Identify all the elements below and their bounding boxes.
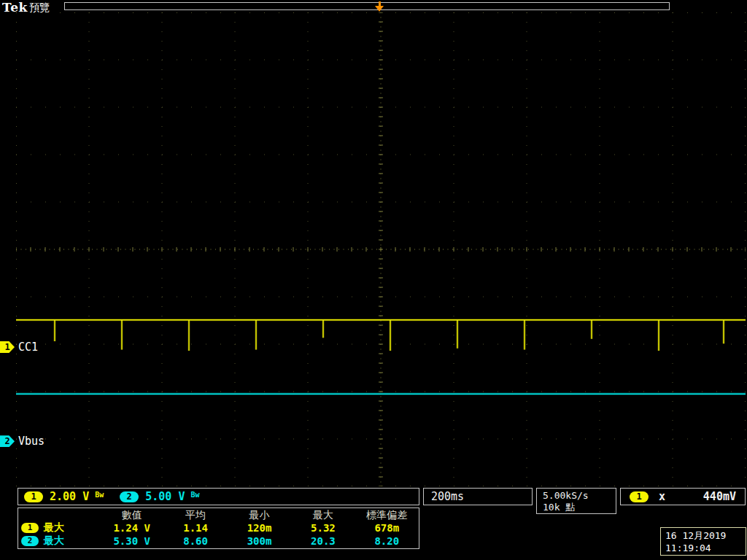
record-view-bar: [64, 2, 670, 10]
meas-row2-max: 20.3: [291, 534, 355, 548]
ch1-volts-per-div: 2.00 V: [50, 490, 89, 503]
acquisition-box: 5.00kS/s 10k 點: [536, 488, 616, 514]
meas-row2-name: 最大: [44, 534, 64, 548]
meas-row1-min: 120m: [228, 521, 291, 534]
datetime-box: 16 12月2019 11:19:04: [660, 527, 746, 556]
meas-row2-min: 300m: [228, 534, 291, 548]
ch2-position-arrow-icon: 2: [0, 435, 15, 447]
meas-row1-label: 1 最大: [18, 521, 100, 534]
meas-row1-max: 5.32: [291, 521, 355, 534]
meas-row2-value: 5.30 V: [100, 534, 163, 548]
channel1-marker-row: 1 CC1: [0, 341, 38, 353]
ch2-volts-per-div: 5.00 V: [145, 490, 185, 503]
measurement-table: 數值 平均 最小 最大 標準偏差 1 最大 1.24 V 1.14 120m 5…: [18, 508, 419, 549]
trigger-position-arrow-icon: [375, 6, 384, 12]
trigger-level-value: 440mV: [703, 490, 736, 503]
trigger-position-marker: [375, 1, 384, 12]
ch1-badge: 1: [24, 491, 43, 502]
meas-row1-stddev: 678m: [355, 521, 419, 534]
meas-row2-stddev: 8.20: [355, 534, 419, 548]
time-value: 11:19:04: [665, 542, 741, 554]
ch1-position-arrow-icon: 1: [0, 341, 15, 353]
meas-header-stddev: 標準偏差: [355, 509, 419, 521]
trigger-source-badge: 1: [630, 491, 649, 502]
meas-corner-spacer: [18, 509, 100, 521]
meas-header-value: 數值: [100, 509, 163, 521]
meas-header-mean: 平均: [163, 509, 227, 521]
measurement-grid: 數值 平均 最小 最大 標準偏差 1 最大 1.24 V 1.14 120m 5…: [18, 508, 419, 548]
date-value: 16 12月2019: [665, 529, 741, 542]
timebase-box: 200ms: [423, 488, 533, 505]
ch1-trace-label: CC1: [18, 341, 38, 354]
meas-row1-mean: 1.14: [163, 521, 227, 534]
meas-row1-name: 最大: [44, 521, 64, 534]
oscilloscope-screen: Tek 預覽 1 CC1 2 Vbus 1 2.00 V Bw 2 5.00 V…: [0, 0, 747, 560]
ch2-bandwidth-limit-icon: Bw: [190, 489, 199, 499]
sample-rate: 5.00kS/s: [543, 490, 610, 502]
ch1-bandwidth-limit-icon: Bw: [95, 489, 104, 499]
channel2-marker-row: 2 Vbus: [0, 435, 44, 447]
ch2-trace-label: Vbus: [18, 435, 44, 448]
channel-settings-box: 1 2.00 V Bw 2 5.00 V Bw: [18, 488, 419, 505]
record-length: 10k 點: [543, 502, 610, 513]
meas-header-min: 最小: [228, 509, 291, 521]
meas-header-max: 最大: [291, 509, 355, 521]
meas-row1-value: 1.24 V: [100, 521, 163, 534]
timebase-value: 200ms: [431, 490, 464, 503]
meas-row1-ch-badge: 1: [21, 523, 39, 533]
waveform-display: [16, 12, 746, 486]
trigger-slope-symbol: x: [659, 490, 665, 503]
graticule: [16, 12, 746, 486]
meas-row2-ch-badge: 2: [21, 536, 39, 546]
trigger-box: 1 x 440mV: [620, 488, 746, 505]
meas-row2-mean: 8.60: [163, 534, 227, 548]
meas-row2-label: 2 最大: [18, 534, 100, 548]
ch2-badge: 2: [120, 491, 139, 502]
